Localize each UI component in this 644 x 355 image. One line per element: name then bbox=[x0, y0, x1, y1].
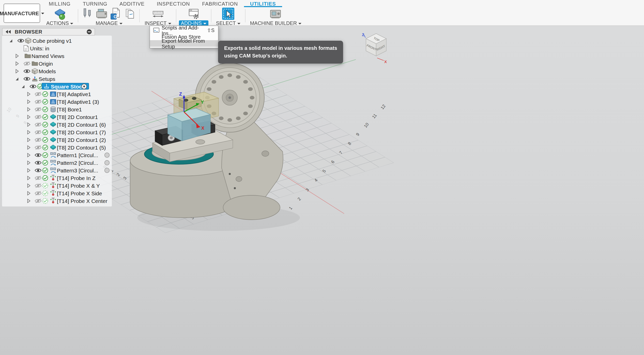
browser-item-pattern[interactable]: Pattern3 [Circul... bbox=[2, 166, 112, 174]
suppress-toggle-icon[interactable] bbox=[104, 152, 110, 158]
simulate-icon[interactable] bbox=[53, 7, 66, 20]
visibility-eye-icon[interactable] bbox=[35, 129, 42, 135]
measure-icon[interactable] bbox=[151, 7, 164, 20]
expand-icon[interactable] bbox=[27, 175, 30, 180]
select-cursor-icon[interactable] bbox=[222, 7, 235, 20]
visibility-eye-icon[interactable] bbox=[35, 198, 42, 203]
browser-item-root[interactable]: Cube probing v1 bbox=[2, 37, 112, 44]
menu-item-export-model-from-setup[interactable]: Export Model From Setup bbox=[150, 40, 218, 47]
browser-item-named-views[interactable]: Named Views bbox=[2, 52, 112, 60]
browser-item-operation[interactable]: [T8] 2D Contour1 (6) bbox=[2, 121, 112, 128]
browser-item-operation[interactable]: [T8] 2D Contour1 (5) bbox=[2, 143, 112, 151]
browser-item-operation[interactable]: [T8] Adaptive1 (3) bbox=[2, 98, 112, 105]
browser-header[interactable]: BROWSER bbox=[2, 28, 95, 36]
visibility-eye-icon[interactable] bbox=[35, 160, 42, 165]
compare-radio-icon[interactable] bbox=[81, 83, 87, 90]
expand-icon[interactable] bbox=[27, 130, 30, 134]
expand-icon[interactable] bbox=[27, 160, 30, 165]
visibility-eye-icon[interactable] bbox=[17, 38, 24, 43]
menu-item-scripts-addins[interactable]: Scripts and Add-Ins... ⇧S bbox=[150, 27, 218, 34]
browser-item-probe[interactable]: [T14] Probe X Side bbox=[2, 189, 112, 197]
browser-item-operation[interactable]: [T8] 2D Contour1 bbox=[2, 113, 112, 121]
visibility-eye-icon[interactable] bbox=[35, 183, 42, 188]
expand-icon[interactable] bbox=[15, 69, 19, 73]
visibility-eye-icon[interactable] bbox=[35, 175, 42, 181]
browser-item-probe[interactable]: [T14] Probe X Center bbox=[2, 197, 112, 204]
addins-window-gear-icon[interactable] bbox=[187, 7, 200, 20]
browser-item-models[interactable]: Models bbox=[2, 67, 112, 75]
browser-item-units[interactable]: Units: in bbox=[2, 44, 112, 52]
visibility-eye-icon[interactable] bbox=[35, 144, 42, 150]
post-process-icon[interactable]: G bbox=[110, 7, 123, 20]
expand-icon[interactable] bbox=[15, 61, 19, 66]
tab-inspection[interactable]: INSPECTION bbox=[151, 0, 196, 7]
tab-additive[interactable]: ADDITIVE bbox=[113, 0, 151, 7]
view-cube[interactable]: Z X TOP FRONT RIGHT bbox=[362, 33, 387, 64]
nc-program-icon[interactable] bbox=[124, 7, 137, 20]
browser-item-operation[interactable]: [T8] Adaptive1 bbox=[2, 90, 112, 98]
manage-dropdown[interactable]: MANAGE bbox=[94, 20, 125, 26]
browser-item-setups[interactable]: Setups bbox=[2, 75, 112, 82]
browser-item-pattern[interactable]: Pattern1 [Circul... bbox=[2, 151, 112, 159]
visibility-eye-icon[interactable] bbox=[35, 137, 42, 142]
expand-icon[interactable] bbox=[27, 191, 30, 195]
group-select[interactable]: SELECT bbox=[212, 7, 244, 25]
group-actions[interactable]: ACTIONS bbox=[43, 7, 77, 25]
browser-item-operation[interactable]: [T8] 2D Contour1 (7) bbox=[2, 128, 112, 136]
machine-icon[interactable] bbox=[95, 7, 109, 20]
group-addins[interactable]: ADD-INS bbox=[177, 7, 210, 25]
suppress-toggle-icon[interactable] bbox=[104, 167, 110, 173]
machine-builder-icon[interactable] bbox=[269, 7, 282, 20]
visibility-eye-icon[interactable] bbox=[35, 106, 42, 112]
tab-utilities[interactable]: UTILITIES bbox=[244, 0, 282, 7]
browser-item-probe[interactable]: [T14] Probe In Z bbox=[2, 174, 112, 182]
visibility-eye-icon[interactable] bbox=[35, 152, 42, 158]
group-inspect[interactable]: INSPECT bbox=[141, 7, 175, 25]
visibility-eye-icon[interactable] bbox=[35, 122, 42, 127]
suppress-toggle-icon[interactable] bbox=[104, 159, 110, 166]
expand-icon[interactable] bbox=[27, 122, 30, 127]
workspace-switcher[interactable]: MANUFACTURE bbox=[4, 4, 40, 23]
expand-icon[interactable] bbox=[27, 114, 30, 119]
expand-icon[interactable] bbox=[27, 145, 30, 150]
expand-icon[interactable] bbox=[27, 92, 30, 96]
expand-icon[interactable] bbox=[27, 107, 30, 111]
tool-library-icon[interactable] bbox=[81, 7, 94, 20]
machine-model[interactable]: Z Y X bbox=[130, 63, 300, 231]
browser-item-probe[interactable]: [T14] Probe X & Y bbox=[2, 182, 112, 189]
visibility-eye-icon[interactable] bbox=[35, 99, 42, 104]
tab-milling[interactable]: MILLING bbox=[43, 0, 77, 7]
expand-icon[interactable] bbox=[27, 183, 30, 188]
collapse-panel-icon[interactable] bbox=[5, 29, 12, 34]
machine-builder-dropdown[interactable]: MACHINE BUILDER bbox=[248, 20, 304, 26]
visibility-eye-icon[interactable] bbox=[23, 61, 30, 66]
visibility-eye-icon[interactable] bbox=[35, 167, 42, 173]
browser-item-operation[interactable]: [T8] Bore1 bbox=[2, 105, 112, 113]
browser-item-operation[interactable]: [T8] 2D Contour1 (2) bbox=[2, 136, 112, 143]
expand-icon[interactable] bbox=[27, 99, 30, 104]
expand-icon[interactable] bbox=[27, 137, 30, 142]
visibility-eye-icon[interactable] bbox=[23, 76, 30, 81]
expand-icon[interactable] bbox=[15, 53, 19, 58]
expand-icon[interactable] bbox=[27, 153, 30, 157]
tab-fabrication[interactable]: FABRICATION bbox=[196, 0, 244, 7]
expand-icon[interactable] bbox=[9, 38, 13, 43]
expand-icon[interactable] bbox=[21, 84, 25, 88]
actions-dropdown[interactable]: ACTIONS bbox=[44, 20, 75, 26]
select-dropdown[interactable]: SELECT bbox=[214, 20, 242, 26]
browser-item-origin[interactable]: Origin bbox=[2, 60, 112, 67]
visibility-eye-icon[interactable] bbox=[23, 68, 30, 74]
expand-icon[interactable] bbox=[15, 76, 19, 81]
visibility-eye-icon[interactable] bbox=[35, 114, 42, 120]
visibility-eye-icon[interactable] bbox=[29, 83, 37, 89]
visibility-eye-icon[interactable] bbox=[35, 190, 42, 196]
tab-turning[interactable]: TURNING bbox=[77, 0, 114, 7]
group-manage[interactable]: G MANAGE bbox=[80, 7, 139, 25]
group-machine-builder[interactable]: MACHINE BUILDER bbox=[247, 7, 305, 25]
visibility-eye-icon[interactable] bbox=[35, 91, 42, 97]
expand-icon[interactable] bbox=[27, 198, 30, 203]
browser-item-pattern[interactable]: Pattern2 [Circul... bbox=[2, 159, 112, 166]
browser-item-setup-square-stock[interactable]: Square Stock bbox=[2, 82, 112, 90]
collapse-all-icon[interactable] bbox=[86, 29, 92, 35]
expand-icon[interactable] bbox=[27, 168, 30, 172]
